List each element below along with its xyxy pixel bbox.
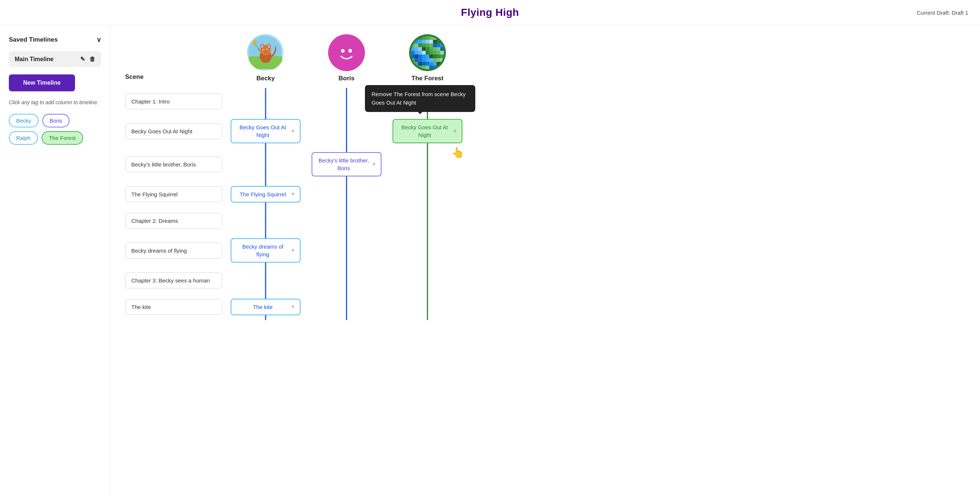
boris-avatar-svg (330, 36, 363, 69)
vertical-line-blue (346, 115, 347, 148)
main-layout: Saved Timelines ∨ Main Timeline ✎ 🗑 New … (0, 26, 980, 495)
vertical-line-blue (346, 267, 347, 294)
scene-label-cell: Chapter 1: Intro (122, 91, 225, 112)
chevron-down-icon[interactable]: ∨ (96, 36, 101, 44)
saved-timelines-label: Saved Timelines (9, 36, 58, 43)
timeline-actions: ✎ 🗑 (80, 56, 95, 62)
vertical-line-green (427, 234, 428, 267)
scene-column-header: Scene (122, 73, 225, 82)
sidebar-hint: Click any tag to add column to timeline. (9, 99, 101, 107)
timeline-cell-becky (225, 208, 306, 234)
scene-label-cell: The kite (122, 297, 225, 317)
tag-ralph[interactable]: Ralph (9, 131, 38, 145)
vertical-line-green (427, 208, 428, 234)
scene-card-becky[interactable]: Becky dreams of flying × (231, 238, 301, 263)
table-row: Becky Goes Out At Night Becky Goes Out A… (122, 115, 968, 148)
tag-boris[interactable]: Boris (42, 114, 70, 128)
close-icon[interactable]: × (372, 161, 375, 168)
vertical-line-green (427, 181, 428, 208)
svg-point-17 (330, 36, 363, 69)
timeline-cell-becky (225, 88, 306, 115)
main-timeline-label: Main Timeline (15, 56, 54, 62)
timeline-cell-boris (306, 267, 387, 294)
timeline-cell-forest (387, 294, 468, 320)
scene-label-box: Chapter 3: Becky sees a human (125, 273, 222, 288)
timeline-cell-forest (387, 267, 468, 294)
new-timeline-button[interactable]: New Timeline (9, 74, 75, 91)
vertical-line-green (427, 148, 428, 181)
table-row: Becky's little brother, Boris Becky's li… (122, 148, 968, 181)
vertical-line-blue (265, 148, 266, 181)
forest-pixel-grid (411, 36, 444, 69)
vertical-line-blue (265, 88, 266, 115)
close-icon[interactable]: × (291, 247, 295, 254)
scene-card-boris[interactable]: Becky's little brother, Boris × (312, 152, 382, 176)
avatar-becky (247, 34, 284, 71)
table-row: The kite The kite × (122, 294, 968, 320)
timeline-cell-forest (387, 88, 468, 115)
timeline-cell-becky: The Flying Squirrel × (225, 181, 306, 208)
close-icon[interactable]: × (453, 128, 457, 134)
close-icon[interactable]: × (291, 303, 295, 310)
character-name-becky: Becky (256, 75, 275, 82)
timeline-cell-forest (387, 234, 468, 267)
close-icon[interactable]: × (291, 128, 295, 134)
timeline-cell-becky: Becky Goes Out At Night × (225, 115, 306, 148)
svg-point-7 (268, 45, 270, 48)
character-name-boris: Boris (339, 75, 354, 82)
scene-card-becky[interactable]: The kite × (231, 299, 301, 315)
timeline-cell-forest (387, 208, 468, 234)
saved-timelines-header: Saved Timelines ∨ (9, 36, 101, 44)
scene-label-cell: Chapter 2: Dreams (122, 211, 225, 231)
scene-label-box: Becky dreams of flying (125, 243, 222, 259)
scene-card-text: Becky Goes Out At Night (237, 123, 289, 139)
timeline-cell-boris (306, 88, 387, 115)
vertical-line-blue (265, 208, 266, 234)
vertical-line-blue (346, 208, 347, 234)
main-timeline-item: Main Timeline ✎ 🗑 (9, 51, 101, 67)
svg-point-10 (263, 50, 264, 51)
draft-label: Current Draft: Draft 1 (917, 10, 968, 16)
svg-point-11 (267, 50, 268, 51)
vertical-line-blue (346, 234, 347, 267)
tag-becky[interactable]: Becky (9, 114, 39, 128)
avatar-forest (409, 34, 446, 71)
timeline-cell-becky (225, 148, 306, 181)
scene-card-text: Becky Goes Out At Night (398, 123, 451, 139)
close-icon[interactable]: × (291, 191, 295, 197)
character-header-boris: Boris (306, 34, 387, 82)
scene-card-becky[interactable]: The Flying Squirrel × (231, 186, 301, 203)
scene-card-text: Becky's little brother, Boris (317, 156, 370, 172)
scene-label-cell: Chapter 3: Becky sees a human (122, 270, 225, 291)
scene-label-box: Becky Goes Out At Night (125, 123, 222, 139)
scene-label-cell: Becky Goes Out At Night (122, 121, 225, 141)
trash-icon[interactable]: 🗑 (89, 56, 95, 62)
vertical-line-green (427, 267, 428, 294)
timeline-cell-forest (387, 181, 468, 208)
timeline-cell-boris (306, 294, 387, 320)
timeline-cell-forest: Becky Goes Out At Night × Remove The For… (387, 115, 468, 148)
scene-card-text: The Flying Squirrel (237, 190, 289, 198)
table-row: Chapter 2: Dreams (122, 208, 968, 234)
scene-card-text: The kite (237, 303, 289, 311)
scene-label-box: Becky's little brother, Boris (125, 156, 222, 172)
svg-point-19 (348, 49, 352, 53)
tags-container: Becky Boris Ralph The Forest (9, 114, 101, 145)
character-header-forest: The Forest (387, 34, 468, 82)
header: Flying High Current Draft: Draft 1 (0, 0, 980, 26)
avatar-boris (328, 34, 365, 71)
scene-card-becky[interactable]: Becky Goes Out At Night × (231, 119, 301, 143)
scene-label-box: The kite (125, 299, 222, 315)
tag-forest[interactable]: The Forest (41, 131, 83, 145)
timeline-cell-boris (306, 115, 387, 148)
scene-label-cell: Becky's little brother, Boris (122, 154, 225, 174)
timeline-cell-boris (306, 181, 387, 208)
scene-card-forest[interactable]: Becky Goes Out At Night × (393, 119, 462, 143)
edit-icon[interactable]: ✎ (80, 56, 85, 62)
scene-label-box: Chapter 1: Intro (125, 94, 222, 109)
timeline-grid: Scene (122, 34, 968, 320)
timeline-cell-boris (306, 234, 387, 267)
scene-label-cell: The Flying Squirrel (122, 184, 225, 204)
timeline-cell-boris: Becky's little brother, Boris × (306, 148, 387, 181)
svg-point-18 (341, 49, 345, 53)
